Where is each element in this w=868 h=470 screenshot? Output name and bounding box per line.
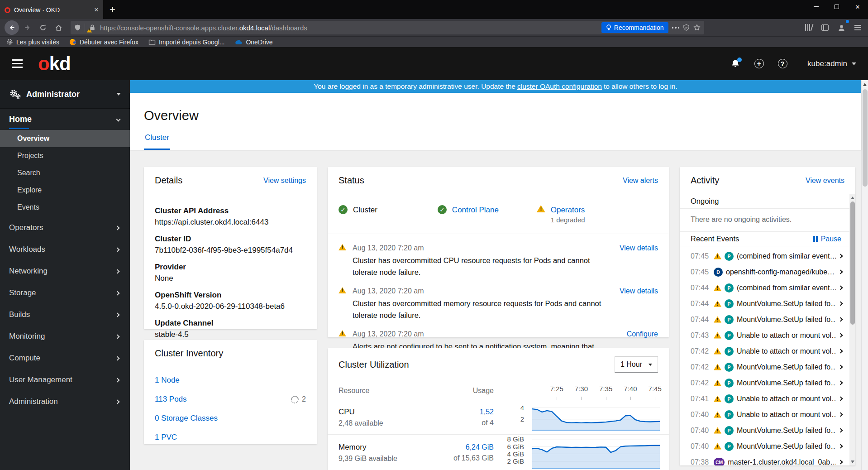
axis-tick-label: 7:25 <box>550 385 563 393</box>
sidebar-section-storage[interactable]: Storage <box>0 282 130 304</box>
inventory-item[interactable]: 1 PVC <box>155 428 306 447</box>
tab-cluster[interactable]: Cluster <box>144 133 170 150</box>
inventory-link[interactable]: 1 PVC <box>155 433 177 442</box>
back-button[interactable] <box>5 20 19 35</box>
notifications-bell-icon[interactable] <box>730 59 740 69</box>
inventory-item[interactable]: 1 Node <box>155 371 306 390</box>
event-row[interactable]: 07:45Dopenshift-config-managed/kube… <box>691 264 845 280</box>
window-close-button[interactable]: ✕ <box>847 0 868 14</box>
activity-scrollbar-thumb[interactable] <box>850 201 855 325</box>
health-label[interactable]: Control Plane <box>452 205 499 215</box>
sidebar-section-builds[interactable]: Builds <box>0 304 130 326</box>
page-actions-icon[interactable] <box>672 27 680 29</box>
oauth-configuration-link[interactable]: cluster OAuth configuration <box>517 82 602 91</box>
sidebar-section-compute[interactable]: Compute <box>0 347 130 369</box>
event-row[interactable]: 07:44P(combined from similar event… <box>691 280 845 296</box>
window-minimize-button[interactable] <box>806 0 826 14</box>
event-row[interactable]: 07:42PUnable to attach or mount vol… <box>691 343 845 359</box>
event-row[interactable]: 07:44PMountVolume.SetUp failed fo… <box>691 312 845 327</box>
warning-triangle-icon <box>714 317 721 323</box>
browser-tab[interactable]: Overview · OKD × <box>0 0 103 19</box>
page-scrollbar[interactable] <box>861 80 868 470</box>
bookmark-firefox[interactable]: Débuter avec Firefox <box>69 38 138 46</box>
pause-button[interactable]: Pause <box>813 235 841 243</box>
resource-badge-p: P <box>725 331 734 340</box>
tracking-shield-icon[interactable] <box>74 24 81 31</box>
bookmark-cloud[interactable]: OneDrive <box>234 38 272 46</box>
usage-value[interactable]: 1,52 <box>480 408 494 416</box>
sidebar-section-user-management[interactable]: User Management <box>0 369 130 391</box>
url-bar[interactable]: https://console-openshift-console.apps.c… <box>71 21 704 34</box>
sidebar-section-administration[interactable]: Administration <box>0 391 130 412</box>
add-plus-icon[interactable]: + <box>754 59 764 69</box>
sidebar-item-overview[interactable]: Overview <box>0 130 130 147</box>
sidebar-item-search[interactable]: Search <box>0 164 130 182</box>
alert-action-link[interactable]: View details <box>620 287 658 321</box>
perspective-switcher[interactable]: Administrator <box>0 80 130 109</box>
tab-close-icon[interactable]: × <box>94 5 99 14</box>
view-events-link[interactable]: View events <box>806 177 844 185</box>
view-settings-link[interactable]: View settings <box>263 177 306 185</box>
menu-hamburger-icon[interactable] <box>851 21 864 34</box>
event-row[interactable]: 07:45P(combined from similar event… <box>691 248 845 264</box>
event-message: master-1.cluster.okd4.local_0ab… <box>728 458 836 466</box>
sidebar-section-monitoring[interactable]: Monitoring <box>0 326 130 347</box>
view-alerts-link[interactable]: View alerts <box>623 177 658 185</box>
duration-select[interactable]: 1 Hour <box>615 356 658 373</box>
recommendation-button[interactable]: Recommandation <box>601 22 668 33</box>
new-tab-button[interactable]: + <box>103 0 122 19</box>
okd-logo[interactable]: okd <box>38 54 71 73</box>
sidebar-section-workloads[interactable]: Workloads <box>0 239 130 260</box>
alert-action-link[interactable]: View details <box>620 244 658 278</box>
event-row[interactable]: 07:38CMmaster-1.cluster.okd4.local_0ab… <box>691 454 845 465</box>
reload-button[interactable] <box>36 21 50 34</box>
event-row[interactable]: 07:44PMountVolume.SetUp failed fo… <box>691 296 845 312</box>
window-maximize-button[interactable] <box>826 0 847 14</box>
inventory-link[interactable]: 0 Storage Classes <box>155 414 218 423</box>
okd-masthead: okd + ? kube:admin <box>0 47 868 80</box>
event-row[interactable]: 07:40PUnable to attach or mount vol… <box>691 407 845 422</box>
sidebar-section-networking[interactable]: Networking <box>0 260 130 282</box>
scroll-down-icon[interactable] <box>851 460 854 463</box>
event-row[interactable]: 07:42PMountVolume.SetUp failed fo… <box>691 359 845 375</box>
user-menu[interactable]: kube:admin <box>807 59 856 68</box>
lock-warning-icon[interactable] <box>89 24 96 32</box>
page-scroll-up-icon[interactable] <box>863 83 867 86</box>
sidebar-item-explore[interactable]: Explore <box>0 182 130 199</box>
forward-button[interactable] <box>21 21 34 34</box>
event-row[interactable]: 07:43PUnable to attach or mount vol… <box>691 327 845 343</box>
sidebar-section-home[interactable]: Home <box>0 109 130 130</box>
inventory-item[interactable]: 0 Storage Classes <box>155 409 306 428</box>
activity-scrollbar[interactable] <box>849 194 855 465</box>
library-icon[interactable] <box>802 21 816 34</box>
bookmark-star-icon[interactable] <box>693 24 701 31</box>
sidebar-section-operators[interactable]: Operators <box>0 217 130 239</box>
help-icon[interactable]: ? <box>777 59 787 69</box>
event-row[interactable]: 07:41PUnable to attach or mount vol… <box>691 391 845 407</box>
health-item-operators[interactable]: Operators1 degraded <box>537 205 636 224</box>
nav-toggle-hamburger-icon[interactable] <box>12 59 23 68</box>
resource-cell: CPU2,48 available <box>339 408 430 427</box>
inventory-link[interactable]: 1 Node <box>155 376 180 385</box>
scroll-up-icon[interactable] <box>851 197 854 199</box>
usage-value[interactable]: 6,24 GiB <box>466 443 494 451</box>
health-label-box: Control Plane <box>452 205 499 215</box>
event-message: MountVolume.SetUp failed fo… <box>737 427 836 435</box>
inventory-link[interactable]: 113 Pods <box>155 395 187 404</box>
event-row[interactable]: 07:42PMountVolume.SetUp failed fo… <box>691 375 845 391</box>
axis-tick-label: 7:35 <box>599 385 612 393</box>
event-row[interactable]: 07:40PMountVolume.SetUp failed fo… <box>691 438 845 454</box>
page-scrollbar-thumb[interactable] <box>863 89 868 187</box>
event-row[interactable]: 07:40PMountVolume.SetUp failed fo… <box>691 422 845 438</box>
bookmark-folder[interactable]: Importé depuis Googl... <box>148 38 225 46</box>
health-label[interactable]: Operators <box>551 205 585 215</box>
sidebar-toggle-icon[interactable] <box>818 21 832 34</box>
home-button[interactable] <box>52 21 65 34</box>
health-item-control-plane[interactable]: ✓Control Plane <box>438 205 537 224</box>
bookmark-gear[interactable]: Les plus visités <box>6 38 59 46</box>
sidebar-item-events[interactable]: Events <box>0 199 130 216</box>
protections-shield-icon[interactable] <box>683 24 690 31</box>
inventory-item[interactable]: 113 Pods2 <box>155 390 306 409</box>
sidebar-item-projects[interactable]: Projects <box>0 147 130 164</box>
account-icon[interactable] <box>835 21 848 34</box>
